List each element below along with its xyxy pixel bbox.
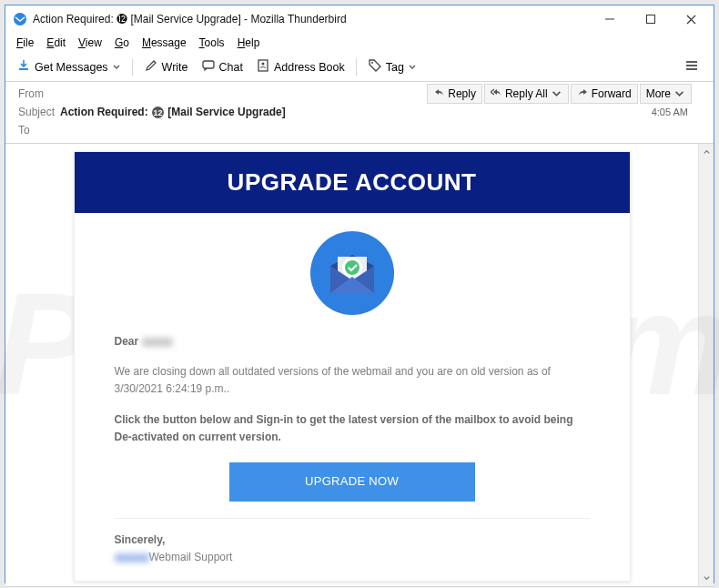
subject-label: Subject <box>5 106 60 118</box>
envelope-check-icon <box>309 229 396 317</box>
vertical-scrollbar[interactable] <box>698 144 714 586</box>
svg-point-0 <box>14 13 26 25</box>
to-label: To <box>5 124 60 137</box>
chevron-down-icon <box>551 88 562 100</box>
email-para2: Click the button below and Sign-in to ge… <box>115 411 590 446</box>
chevron-down-icon <box>408 60 417 75</box>
from-label: From <box>5 87 60 100</box>
download-icon <box>16 58 31 76</box>
pencil-icon <box>144 58 158 76</box>
scroll-down-icon[interactable] <box>699 571 714 586</box>
menu-message[interactable]: Message <box>137 35 192 51</box>
minimize-button[interactable] <box>589 6 630 32</box>
scroll-up-icon[interactable] <box>699 144 714 159</box>
forward-icon <box>577 86 589 101</box>
redacted-signature <box>115 553 149 563</box>
address-book-button[interactable]: Address Book <box>250 56 350 78</box>
message-header: Reply Reply All Forward More From Subjec… <box>5 82 714 144</box>
thunderbird-window: PCrisk.com Action Required: ⓬ [Mail Serv… <box>5 5 714 583</box>
reply-button[interactable]: Reply <box>427 84 482 104</box>
svg-point-8 <box>261 63 264 66</box>
menu-go[interactable]: Go <box>109 35 135 51</box>
svg-point-9 <box>371 62 373 64</box>
forward-button[interactable]: Forward <box>571 84 638 104</box>
svg-rect-7 <box>258 60 268 71</box>
subject-value: Action Required: 12 [Mail Service Upgrad… <box>60 106 652 119</box>
reply-all-button[interactable]: Reply All <box>484 84 569 104</box>
redacted-name <box>142 338 173 347</box>
svg-rect-2 <box>646 15 654 24</box>
more-button[interactable]: More <box>640 84 692 104</box>
get-messages-button[interactable]: Get Messages <box>11 56 127 78</box>
write-button[interactable]: Write <box>138 56 194 78</box>
signature: Sincerely, Webmail Support <box>115 532 590 566</box>
chevron-down-icon <box>673 88 685 100</box>
reply-all-icon <box>491 86 502 101</box>
menu-edit[interactable]: Edit <box>41 35 71 51</box>
maximize-button[interactable] <box>630 6 671 32</box>
thunderbird-icon <box>13 12 27 26</box>
menu-view[interactable]: View <box>73 35 107 51</box>
chat-icon <box>201 58 216 76</box>
address-book-icon <box>256 58 270 76</box>
menu-file[interactable]: File <box>11 35 39 51</box>
app-menu-button[interactable] <box>679 56 704 78</box>
tag-icon <box>368 58 382 76</box>
hamburger-icon <box>684 58 699 76</box>
menu-help[interactable]: Help <box>232 35 266 51</box>
email-card: UPGRADE ACCOUNT Dear We are closing down… <box>74 151 631 582</box>
main-toolbar: Get Messages Write Chat Address Book Tag <box>5 53 714 82</box>
chat-button[interactable]: Chat <box>196 56 248 78</box>
close-button[interactable] <box>671 6 712 32</box>
chevron-down-icon <box>112 60 121 75</box>
tag-button[interactable]: Tag <box>362 56 422 78</box>
message-body: UPGRADE ACCOUNT Dear We are closing down… <box>5 144 698 586</box>
divider <box>115 518 590 519</box>
menu-tools[interactable]: Tools <box>194 35 230 51</box>
greeting: Dear <box>115 333 139 350</box>
svg-rect-5 <box>19 68 28 70</box>
window-title: Action Required: ⓬ [Mail Service Upgrade… <box>33 13 589 25</box>
message-body-container: UPGRADE ACCOUNT Dear We are closing down… <box>5 144 714 586</box>
svg-rect-6 <box>203 61 214 68</box>
svg-point-16 <box>345 260 360 275</box>
reply-icon <box>433 86 445 101</box>
email-para1: We are closing down all outdated version… <box>115 363 590 398</box>
email-banner: UPGRADE ACCOUNT <box>75 152 630 213</box>
upgrade-now-button[interactable]: UPGRADE NOW <box>229 462 475 502</box>
titlebar: Action Required: ⓬ [Mail Service Upgrade… <box>5 5 714 33</box>
menubar: File Edit View Go Message Tools Help <box>5 33 714 53</box>
time-value: 4:05 AM <box>652 106 688 117</box>
